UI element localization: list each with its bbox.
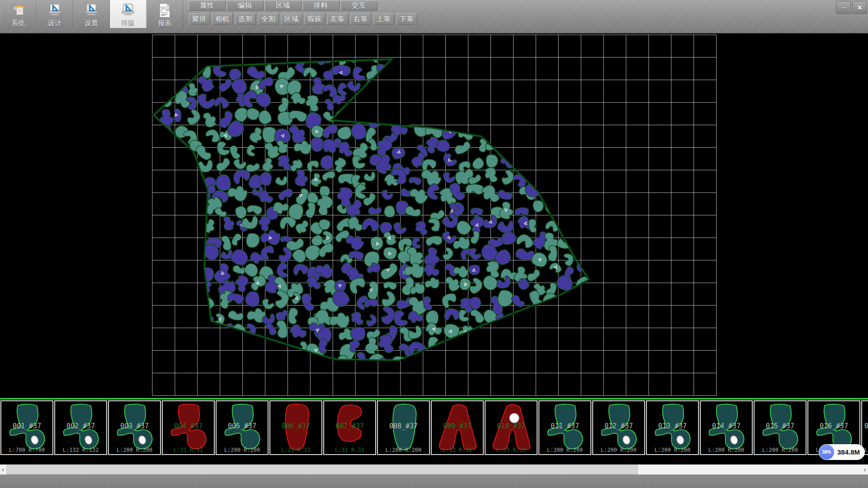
memory-size: 384.8M [837,448,860,456]
nesting-drawing [0,33,868,399]
tab-label: 排版 [110,19,146,28]
tool-button-cluster-nest[interactable]: 聚排 [189,13,210,25]
piece-tile[interactable]: 008_#37L:200 R:200 [377,400,430,455]
piece-shape [650,402,695,453]
pieces-strip: 001_#37L:700 R:700002_#37L:132 R:132003_… [0,398,868,465]
tab-nesting[interactable]: 排版 [110,0,146,28]
nesting-canvas[interactable] [0,33,868,399]
percent-value: 38% [822,450,831,455]
piece-shape [112,402,157,453]
tool-button-align-bottom[interactable]: 下靠 [396,13,417,25]
piece-tile[interactable]: 011_#37L:200 R:200 [538,400,591,455]
horizontal-scrollbar[interactable]: ‹ › [0,465,868,474]
piece-shape [165,402,211,453]
piece-tile[interactable]: 009_#37L:32 R:31 [431,400,484,455]
tool-button-area[interactable]: 区域 [281,13,302,25]
piece-shape [542,402,588,453]
piece-tile[interactable]: 015_#37L:200 R:200 [754,400,807,455]
scrollbar-thumb[interactable] [6,465,638,474]
piece-tile-list: 001_#37L:700 R:700002_#37L:132 R:132003_… [0,400,868,455]
piece-shape [757,402,803,453]
menu-item-nest[interactable]: 排料 [302,0,340,11]
tool-button-defect[interactable]: 瑕疵 [304,13,325,25]
tab-label: 设置 [73,19,109,28]
design-icon [37,0,73,18]
tab-label: 系统 [0,19,36,28]
tab-report[interactable]: 报表 [146,0,183,28]
piece-tile[interactable]: 003_#37L:200 R:200 [108,400,161,455]
scroll-left-arrow[interactable]: ‹ [0,465,6,474]
memory-badge[interactable]: 38% 384.8M [819,444,865,460]
tool-button-camera[interactable]: 相机 [212,13,233,25]
piece-tile[interactable]: 006_#37L:21 R:21 [269,400,322,455]
percent-indicator: 38% [819,445,834,460]
piece-tile[interactable]: 005_#37L:200 R:200 [216,400,269,455]
tool-button-align-right[interactable]: 右靠 [350,13,371,25]
piece-tile[interactable]: 013_#37L:200 R:200 [646,400,699,455]
piece-tile[interactable]: 002_#37L:132 R:132 [54,400,107,455]
piece-tile[interactable]: 001_#37L:700 R:700 [0,400,53,455]
system-icon [0,0,36,18]
scroll-right-arrow[interactable]: › [862,465,868,474]
tool-button-cut-selected[interactable]: 选割 [235,13,256,25]
piece-shape [4,402,50,453]
report-icon [146,0,183,18]
piece-shape [596,402,642,453]
tab-design[interactable]: 设计 [37,0,73,28]
nesting-icon [110,0,146,18]
piece-shape [434,402,480,453]
window-controls: ─ ✕ [836,1,867,14]
piece-tile[interactable]: 014_#37L:200 R:200 [700,400,753,455]
piece-tile[interactable]: 004_#37L:31 R:31 [162,400,215,455]
menu-item-properties[interactable]: 属性 [189,0,226,11]
tab-settings[interactable]: 设置 [73,0,110,28]
piece-shape [327,402,373,453]
tool-button-align-left[interactable]: 左靠 [327,13,348,25]
piece-shape [703,402,749,453]
piece-shape [381,402,426,453]
minimize-button[interactable]: ─ [836,1,851,14]
app-window: 系统设计设置排版报表 属性编辑区域排料交互 聚排相机选割全割区域瑕疵左靠右靠上靠… [0,0,868,488]
settings-icon [73,0,109,18]
menu-row-1: 属性编辑区域排料交互 [189,0,378,11]
piece-tile[interactable]: 012_#37L:200 R:200 [592,400,645,455]
close-button[interactable]: ✕ [852,1,867,14]
toolbar: 系统设计设置排版报表 属性编辑区域排料交互 聚排相机选割全割区域瑕疵左靠右靠上靠… [0,0,868,33]
bottom-strip [0,474,868,488]
piece-tile[interactable]: 007_#37L:31 R:31 [323,400,376,455]
piece-shape [865,402,868,453]
tool-button-cut-all[interactable]: 全割 [258,13,279,25]
strip-divider [0,398,868,399]
piece-shape [219,402,265,453]
scrollbar-track[interactable] [6,465,862,474]
tab-label: 设计 [37,19,73,28]
main-tabs: 系统设计设置排版报表 [0,0,183,28]
menu-item-interact[interactable]: 交互 [340,0,377,11]
menu-item-region[interactable]: 区域 [264,0,302,11]
menu-row-2: 聚排相机选割全割区域瑕疵左靠右靠上靠下靠 [189,13,420,25]
nested-pieces [136,42,595,375]
piece-shape [273,402,319,453]
piece-tile[interactable]: 010_#37L:33 R:33 [485,400,538,455]
piece-shape [488,402,534,453]
menu-item-edit[interactable]: 编辑 [226,0,264,11]
tab-label: 报表 [146,19,183,28]
tab-system[interactable]: 系统 [0,0,37,28]
piece-shape [58,402,104,453]
tool-button-align-top[interactable]: 上靠 [373,13,394,25]
